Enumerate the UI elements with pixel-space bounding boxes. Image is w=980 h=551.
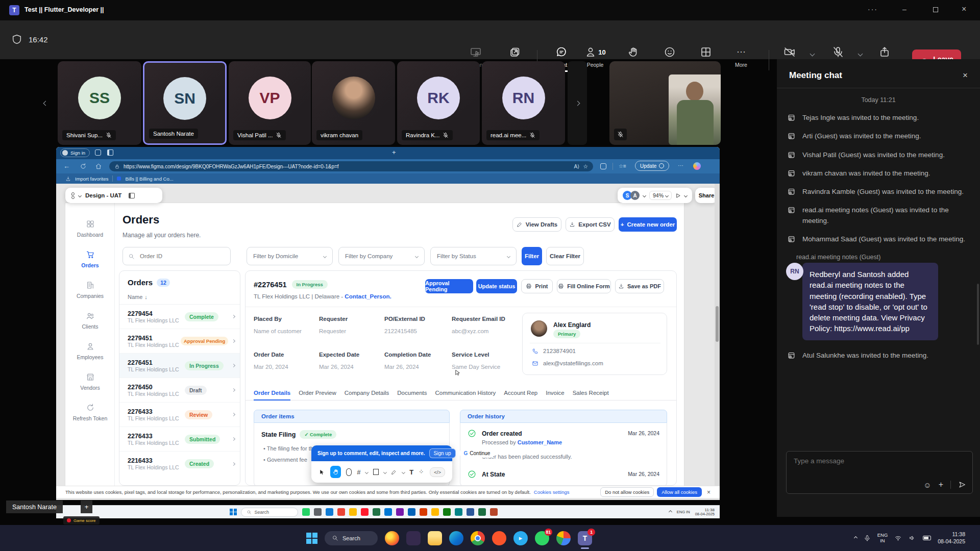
tab-account-rep[interactable]: Account Rep (504, 390, 537, 396)
tab-invoice[interactable]: Invoice (546, 390, 564, 396)
workspaces-icon[interactable] (95, 149, 101, 156)
export-csv-button[interactable]: Export CSV (566, 217, 615, 232)
tray-chevron-icon[interactable] (854, 536, 857, 540)
folder-icon[interactable] (349, 508, 357, 516)
shared-start-button[interactable] (230, 509, 237, 516)
chrome-icon[interactable] (471, 531, 485, 545)
shared-date[interactable]: 08-04-2025 (695, 512, 715, 517)
tab-documents[interactable]: Documents (397, 390, 427, 396)
browser-signin-button[interactable]: Sign in (60, 148, 90, 157)
shared-search-box[interactable]: Search (241, 508, 298, 517)
excel-icon[interactable] (373, 508, 380, 516)
window-maximize-button[interactable] (933, 7, 938, 12)
battery-icon[interactable] (923, 536, 931, 540)
tab-sales-receipt[interactable]: Sales Receipt (573, 390, 609, 396)
video-tile-vishal[interactable]: VP Vishal Patil ... (229, 61, 311, 145)
filter-domicile-dropdown[interactable]: Filter by Domicile (247, 247, 333, 265)
telegram-icon[interactable]: ▸ (513, 531, 528, 545)
language-indicator[interactable]: ENG IN (877, 533, 888, 543)
clock-date[interactable]: 11:38 08-04-2025 (938, 531, 965, 544)
sidebar-item-dashboard[interactable]: Dashboard (65, 219, 115, 238)
favorites-list-icon[interactable]: ☆≡ (619, 163, 626, 169)
order-row-selected[interactable]: 2276451TL Flex Holdings LLC In Progress (119, 354, 240, 378)
window-more-button[interactable]: ··· (868, 5, 878, 13)
chat-scrollbar[interactable] (977, 284, 979, 345)
browser-profile-icon[interactable] (556, 531, 571, 545)
contact-phone[interactable]: 2123874901 (543, 348, 576, 354)
view-drafts-button[interactable]: View Drafts (512, 217, 561, 232)
notification-center-icon[interactable] (972, 531, 974, 545)
figma-doc-title[interactable]: Design - UAT (85, 192, 121, 198)
wifi-icon[interactable] (894, 534, 902, 542)
video-tile-readai[interactable]: RN read.ai mee... (482, 61, 565, 145)
send-message-icon[interactable] (958, 481, 966, 489)
deny-cookies-button[interactable]: Do not allow cookies (600, 487, 654, 497)
print-button[interactable]: Print (521, 279, 553, 293)
order-id-input[interactable] (139, 253, 220, 260)
update-status-button[interactable]: Update status (476, 279, 517, 293)
video-tile-shivani[interactable]: SS Shivani Sup... (58, 61, 141, 145)
browser-more-icon[interactable]: ··· (678, 162, 683, 168)
home-icon[interactable] (95, 163, 102, 170)
presenter-pin-button[interactable]: + (81, 500, 92, 513)
excel2-icon[interactable] (478, 508, 486, 516)
cookie-close-icon[interactable]: × (707, 489, 710, 496)
google-continue-button[interactable]: G Continue (460, 449, 495, 458)
customer-name-link[interactable]: Customer_Name (518, 439, 562, 445)
office-icon[interactable] (420, 508, 427, 516)
video-tile-vikram[interactable]: vikram chavan (312, 61, 395, 145)
order-row[interactable]: 2216433TL Flex Holdings LLC Created (119, 452, 240, 476)
update-button[interactable]: Update (635, 161, 669, 171)
sidebar-item-refresh-token[interactable]: Refresh Token (65, 403, 115, 421)
brave-icon[interactable] (492, 531, 506, 545)
components-tool-icon[interactable]: ⁘ (419, 468, 424, 475)
layout-panel-icon[interactable] (129, 193, 135, 198)
save-as-pdf-button[interactable]: Save as PDF (615, 279, 664, 293)
filter-company-dropdown[interactable]: Filter by Company (338, 247, 425, 265)
contact-person-link[interactable]: Contact_Person. (345, 293, 391, 299)
opera-icon[interactable] (361, 508, 369, 516)
sidebar-item-vendors[interactable]: Vendors (65, 372, 115, 391)
favorite-bills[interactable]: Bills || Billing and Co... (125, 176, 173, 182)
tab-company-details[interactable]: Company Details (345, 390, 389, 396)
chat-message-input[interactable] (793, 457, 961, 465)
present-icon[interactable] (675, 193, 681, 198)
read-aloud-icon[interactable]: A⟩ (574, 164, 580, 169)
text-tool-icon[interactable]: T (409, 468, 413, 476)
favorite-star-icon[interactable]: ☆ (583, 163, 588, 170)
sidebar-item-orders[interactable]: Orders (65, 250, 115, 268)
attach-plus-button[interactable]: + (939, 480, 943, 489)
refresh-icon[interactable] (80, 163, 87, 170)
chat-compose-box[interactable]: ☺ + (786, 451, 973, 494)
extensions-icon[interactable] (600, 163, 606, 169)
outlook-icon[interactable] (384, 508, 392, 516)
window-minimize-button[interactable]: – (902, 5, 906, 13)
taskbar-search-box[interactable]: Search (325, 531, 378, 545)
sidebar-item-employees[interactable]: Employees (65, 342, 115, 360)
chat-close-icon[interactable]: × (963, 70, 968, 81)
whatsapp-icon[interactable] (302, 508, 310, 516)
photos-icon[interactable] (314, 508, 322, 516)
frame-tool-icon[interactable]: # (357, 468, 360, 476)
firefox-icon[interactable] (385, 531, 399, 545)
zoom-level-dropdown[interactable]: 94% (649, 191, 672, 200)
browser-scrollbar[interactable] (715, 184, 720, 486)
tiles-next-button[interactable] (568, 61, 587, 145)
sort-desc-icon[interactable]: ↓ (144, 294, 148, 300)
more-button[interactable]: ··· More (724, 46, 758, 68)
file-explorer-icon[interactable] (428, 531, 442, 545)
name-column-header[interactable]: Name (128, 294, 142, 300)
order-row[interactable]: 2276433TL Flex Holdings LLC Review (119, 403, 240, 427)
sign-up-button[interactable]: Sign up (429, 448, 456, 458)
edge-icon[interactable] (326, 508, 333, 516)
onedrive-icon[interactable] (408, 508, 415, 516)
video-tile-santosh[interactable]: SN Santosh Narate (143, 61, 227, 145)
copilot-icon[interactable] (693, 162, 701, 170)
emoji-button[interactable]: ☺ (923, 481, 931, 489)
order-row[interactable]: 2279451TL Flex Holdings LLC Approval Pen… (119, 329, 240, 354)
pen-tool-icon[interactable] (391, 469, 397, 475)
power-apps-icon[interactable] (431, 508, 439, 516)
hand-tool-icon[interactable] (330, 466, 341, 478)
xbox-icon[interactable] (443, 508, 451, 516)
start-button[interactable] (306, 533, 317, 544)
